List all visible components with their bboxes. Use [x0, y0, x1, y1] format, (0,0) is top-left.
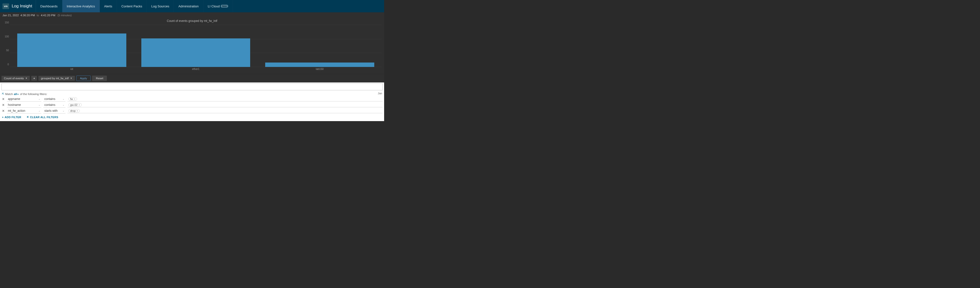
- filter-operator-dropdown[interactable]: contains⌄: [43, 97, 65, 102]
- filter-value-chip[interactable]: gw-02 ×: [68, 103, 82, 107]
- match-prefix: Match: [5, 92, 13, 95]
- y-tick: 100: [5, 35, 9, 38]
- time-duration: (5 minutes): [57, 14, 72, 17]
- bar-chart[interactable]: 150 100 50 0 iotether1lab150: [2, 25, 382, 72]
- filters-list: ✕appname⌄contains⌄fw ×✕hostname⌄contains…: [2, 97, 383, 113]
- filter-value-chip[interactable]: fw ×: [68, 97, 77, 101]
- time-to: 4:41:20 PM: [41, 14, 56, 17]
- time-date: Jan 21, 2022: [2, 14, 19, 17]
- match-suffix: of the following filters:: [20, 92, 47, 95]
- chevron-down-icon: ⌄: [38, 98, 40, 100]
- chevron-down-icon: ⌄: [38, 103, 40, 106]
- filter-value-input[interactable]: gw-02 ×: [67, 103, 383, 107]
- time-range-bar[interactable]: Jan 21, 2022 4:36:20 PM to 4:41:20 PM (5…: [0, 12, 384, 18]
- filter-row: ✕mt_fw_action⌄starts with⌄drop ×: [2, 108, 383, 113]
- match-mode-dropdown[interactable]: all▼: [14, 92, 19, 95]
- filter-value-chip[interactable]: drop ×: [68, 109, 80, 113]
- nav-alerts[interactable]: Alerts: [100, 0, 117, 12]
- remove-filter-icon[interactable]: ✕: [2, 103, 5, 107]
- chevron-down-icon: ⌄: [62, 110, 65, 112]
- clear-filters-link[interactable]: ✕ CLEAR ALL FILTERS: [27, 115, 58, 119]
- chevron-down-icon: ⌄: [38, 110, 40, 112]
- bars-container: [10, 25, 382, 67]
- chart-area: Count of events grouped by mt_fw_inlf 15…: [0, 18, 384, 74]
- filter-operator-dropdown[interactable]: starts with⌄: [43, 108, 65, 113]
- caret-down-icon: ▼: [70, 77, 72, 80]
- nav-li-cloud-label: LI Cloud: [208, 5, 220, 8]
- vmware-logo: vm: [2, 3, 9, 9]
- x-axis: iotether1lab150: [10, 67, 382, 72]
- measure-label: Count of events: [4, 77, 24, 80]
- reset-button[interactable]: Reset: [92, 76, 107, 81]
- groupby-dropdown[interactable]: grouped by mt_fw_inlf ▼: [38, 76, 75, 81]
- remove-filter-icon[interactable]: ✕: [2, 109, 5, 113]
- y-axis: 150 100 50 0: [2, 25, 10, 67]
- clear-filters-label: CLEAR ALL FILTERS: [30, 116, 58, 119]
- filter-row: ✕hostname⌄contains⌄gw-02 ×: [2, 102, 383, 108]
- plus-icon: +: [2, 116, 4, 119]
- nav-li-cloud[interactable]: LI Cloud New: [204, 0, 233, 12]
- app-title: Log Insight: [11, 4, 32, 9]
- search-input[interactable]: [2, 83, 383, 90]
- chevron-down-icon: ⌄: [62, 98, 65, 100]
- match-mode-label: all: [14, 92, 17, 95]
- chip-remove-icon[interactable]: ×: [76, 110, 78, 112]
- top-nav: vm Log Insight Dashboards Interactive An…: [0, 0, 384, 12]
- caret-down-icon: ▼: [25, 77, 27, 80]
- collapse-icon[interactable]: ⇱: [2, 92, 4, 95]
- filter-value-input[interactable]: drop ×: [67, 108, 383, 113]
- primary-nav: Dashboards Interactive Analytics Alerts …: [36, 0, 233, 12]
- nav-log-sources[interactable]: Log Sources: [147, 0, 174, 12]
- chart-title: Count of events grouped by mt_fw_inlf: [2, 18, 382, 25]
- new-badge: New: [221, 5, 228, 8]
- caret-down-icon: ▼: [17, 93, 19, 95]
- x-tick: lab150: [258, 67, 382, 72]
- remove-filter-icon[interactable]: ✕: [2, 97, 5, 101]
- match-row: ⇱ Match all▼ of the following filters: J…: [2, 90, 383, 97]
- time-to-word: to: [37, 14, 39, 17]
- nav-content-packs[interactable]: Content Packs: [117, 0, 147, 12]
- y-tick: 50: [6, 49, 9, 52]
- brand: vm Log Insight: [0, 0, 36, 12]
- bar[interactable]: [265, 62, 374, 67]
- add-measure-button[interactable]: +: [31, 76, 37, 81]
- bar[interactable]: [17, 33, 126, 67]
- measure-dropdown[interactable]: Count of events ▼: [2, 76, 30, 81]
- filter-value-input[interactable]: fw ×: [67, 97, 383, 102]
- bar[interactable]: [142, 38, 250, 67]
- filter-actions: + ADD FILTER ✕ CLEAR ALL FILTERS: [2, 113, 383, 119]
- chip-remove-icon[interactable]: ×: [78, 103, 80, 107]
- y-tick: 150: [5, 21, 9, 24]
- x-tick: ether1: [134, 67, 258, 72]
- filter-field-dropdown[interactable]: mt_fw_action⌄: [7, 108, 41, 113]
- close-icon: ✕: [27, 115, 29, 119]
- chip-remove-icon[interactable]: ×: [74, 98, 75, 100]
- chevron-down-icon: ⌄: [62, 103, 65, 106]
- nav-administration[interactable]: Administration: [174, 0, 203, 12]
- time-from: 4:36:20 PM: [21, 14, 35, 17]
- add-filter-link[interactable]: + ADD FILTER: [2, 115, 21, 119]
- nav-dashboards[interactable]: Dashboards: [36, 0, 62, 12]
- nav-interactive-analytics[interactable]: Interactive Analytics: [62, 0, 100, 12]
- filter-field-dropdown[interactable]: hostname⌄: [7, 102, 41, 108]
- filter-operator-dropdown[interactable]: contains⌄: [43, 102, 65, 108]
- y-tick: 0: [7, 63, 9, 66]
- add-filter-label: ADD FILTER: [5, 116, 21, 119]
- groupby-label: grouped by mt_fw_inlf: [41, 77, 69, 80]
- filter-row: ✕appname⌄contains⌄fw ×: [2, 97, 383, 102]
- apply-button[interactable]: Apply: [76, 76, 91, 81]
- filter-field-dropdown[interactable]: appname⌄: [7, 97, 41, 102]
- right-label: Jan: [378, 92, 382, 95]
- x-tick: iot: [10, 67, 134, 72]
- filter-panel: ⇱ Match all▼ of the following filters: J…: [0, 83, 384, 121]
- query-controls: Count of events ▼ + grouped by mt_fw_inl…: [0, 74, 384, 83]
